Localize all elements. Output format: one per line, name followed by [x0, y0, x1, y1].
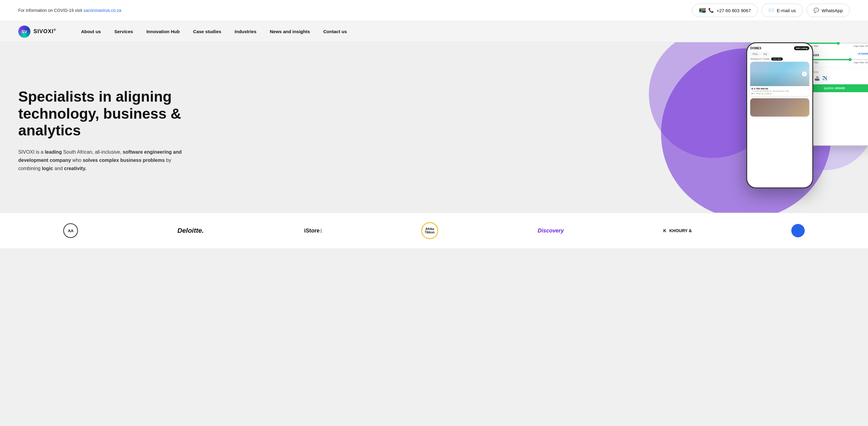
phone-icon: 📞 [708, 8, 714, 13]
size-icon: 📐 1 320 m² [762, 93, 772, 95]
nav-item-industries: Industries [228, 22, 263, 41]
to-location-2: Cape Town, RSA [854, 62, 868, 64]
nav-link-services[interactable]: Services [107, 22, 140, 41]
property-arrow-1[interactable]: › [802, 71, 807, 76]
filter-row: Filters Buy [750, 52, 809, 56]
whatsapp-icon: 💬 [813, 8, 819, 13]
nav-item-news: News and insights [263, 22, 317, 41]
progress-dot-1 [837, 42, 840, 45]
buy-chip[interactable]: Buy [762, 52, 769, 56]
hero-title: Specialists in aligning technology, busi… [18, 88, 189, 139]
nav-item-contact: Contact us [316, 22, 354, 41]
results-count: Showing 577 results View Map [750, 58, 809, 60]
logo-link[interactable]: SV SIVOXI® [18, 26, 56, 38]
property-info-1: R 3 750 000.00 74 Saxon Rd, Sandhurst, J… [750, 86, 809, 96]
client-khoury: K KHOURY & [663, 228, 692, 233]
nav-link-case-studies[interactable]: Case studies [186, 22, 228, 41]
bath-icon: 🚿 25 [756, 93, 761, 95]
phone-screen: DOMES Add Listing Filters Buy Showing 57… [747, 43, 812, 188]
property-features-1: 🛏 3 🚿 25 📐 1 320 m² [751, 93, 808, 95]
email-label: E-mail us [777, 8, 796, 13]
property-image-1: › [750, 62, 809, 86]
clients-bar: AA Deloitte. iStore | AfrikaTikkun Disco… [0, 213, 868, 248]
add-listing-btn[interactable]: Add Listing [794, 46, 810, 50]
nav-link-about[interactable]: About us [74, 22, 107, 41]
flag-icon: 🇿🇦 [699, 7, 706, 14]
client-discovery: Discovery [537, 228, 564, 234]
nav-item-case-studies: Case studies [186, 22, 228, 41]
hero-description: SIVOXI is a leading South African, all-i… [18, 148, 189, 173]
top-bar: For information on COVID-19 visit sacoro… [0, 0, 868, 21]
hero-section: Specialists in aligning technology, busi… [0, 42, 868, 213]
filters-chip[interactable]: Filters [750, 52, 760, 56]
property-addr-1: 74 Saxon Rd, Sandhurst, Johannesburg, 21… [751, 90, 808, 92]
hero-content: Specialists in aligning technology, busi… [18, 88, 189, 172]
phone-mockup: DOMES Add Listing Filters Buy Showing 57… [746, 42, 813, 188]
client-aa: AA [63, 223, 78, 238]
hero-visual: Track Number 0982 3234 5432 In Transit J… [624, 42, 868, 213]
property-image-2 [750, 98, 809, 117]
whatsapp-label: WhatsApp [822, 8, 843, 13]
client-afrikatikkun: AfrikaTikkun [421, 222, 438, 239]
ship-icon: 🚢 [814, 76, 819, 80]
nav-link-contact[interactable]: Contact us [316, 22, 354, 41]
transit-badge-2: In Transit [857, 52, 868, 55]
email-button[interactable]: ✉️ E-mail us [762, 4, 803, 17]
logo-name: SIVOXI® [33, 28, 56, 35]
contact-buttons: 🇿🇦 📞 +27 60 803 9067 ✉️ E-mail us 💬 What… [692, 4, 850, 17]
view-map-btn[interactable]: View Map [771, 58, 783, 61]
client-istore: iStore | [303, 228, 322, 234]
client-deloitte: Deloitte. [178, 227, 204, 235]
nav-item-innovation: Innovation Hub [140, 22, 186, 41]
phone-number: +27 60 803 9067 [716, 8, 751, 13]
covid-notice: For information on COVID-19 visit sacoro… [18, 8, 121, 13]
main-nav: SV SIVOXI® About us Services Innovation … [0, 21, 868, 42]
client-circle-blue [791, 224, 805, 237]
property-price-1: R 3 750 000.00 [751, 87, 808, 90]
nav-item-services: Services [107, 22, 140, 41]
nav-item-about: About us [74, 22, 107, 41]
nav-link-industries[interactable]: Industries [228, 22, 263, 41]
plane-icon: ✈️ [822, 76, 827, 80]
covid-text: For information on COVID-19 visit [18, 8, 82, 13]
nav-link-innovation[interactable]: Innovation Hub [140, 22, 186, 41]
email-icon: ✉️ [769, 8, 774, 13]
phone-button[interactable]: 🇿🇦 📞 +27 60 803 9067 [692, 4, 758, 17]
phone-header: DOMES Add Listing [750, 46, 809, 50]
progress-bar-1 [799, 42, 868, 44]
property-card-2 [750, 98, 809, 117]
bed-icon: 🛏 3 [751, 93, 755, 95]
whatsapp-button[interactable]: 💬 WhatsApp [807, 4, 850, 17]
app-name: DOMES [750, 46, 762, 50]
to-location-1: Cape Town, RSA [854, 45, 868, 47]
progress-dot-2 [848, 58, 851, 61]
property-card-1: › R 3 750 000.00 74 Saxon Rd, Sandhurst,… [750, 62, 809, 96]
nav-link-news[interactable]: News and insights [263, 22, 317, 41]
logo-icon: SV [18, 26, 30, 38]
nav-links: About us Services Innovation Hub Case st… [74, 22, 850, 41]
covid-link[interactable]: sacoronavirus.co.za [83, 8, 121, 13]
aa-circle: AA [63, 223, 78, 238]
